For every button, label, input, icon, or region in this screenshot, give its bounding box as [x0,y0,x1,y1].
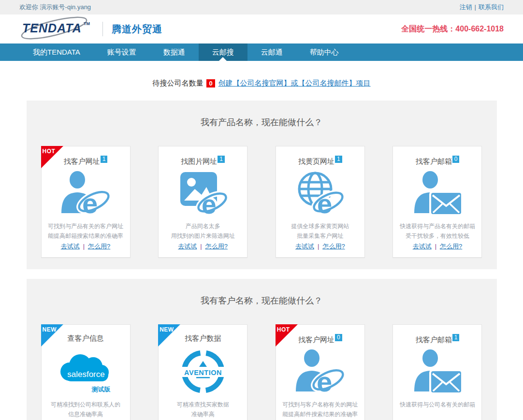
card-desc-line1: 可精准找到公司和联系人的 [51,400,120,409]
header: TENDATA TM 腾道外贸通 全国统一热线：400-662-1018 [0,14,523,43]
try-it-link[interactable]: 去试试 [61,243,80,250]
card-check-customer-info: NEW 查客户信息 salesforce 测试版 可精准找到公司和联系人的 信息… [41,324,131,420]
top-bar: 欢迎你 演示账号-qin.yang 注销|联系我们 [0,0,523,14]
top-bar-links: 注销|联系我们 [460,3,504,12]
svg-text:AVENTION: AVENTION [184,369,222,377]
try-it-link[interactable]: 去试试 [295,243,314,250]
count-badge: 1 [335,156,342,163]
card-find-yellowpage-website: 找黄页网址1 e e [276,146,365,258]
contact-us-link[interactable]: 联系我们 [479,3,504,11]
welcome-text: 欢迎你 演示账号-qin.yang [19,3,91,12]
card-title: 找客户数据 [185,334,221,343]
count-badge: 0 [335,334,342,341]
brand-name: 腾道外贸通 [112,23,162,36]
person-mail-icon [393,166,481,221]
card-desc-line1: 可找到与客户名称有关的网址 [282,400,358,409]
card-desc-line1: 快速获得与产品名有关的邮箱 [400,221,475,231]
nav-item-cloud-mail-search[interactable]: 云邮搜 [199,43,247,61]
person-mail-icon [393,345,481,400]
pending-count-label: 待搜公司名数量 [152,79,203,88]
card-title: 找客户网址0 [298,334,342,345]
main-nav: 我的TENDATA 账号设置 数据通 云邮搜 云邮通 帮助中心 [0,43,523,61]
hotline-text: 全国统一热线：400-662-1018 [401,24,504,34]
card-desc-line2: 受干扰较多，有效性较低 [406,231,469,241]
link-separator: | [318,243,319,250]
card-find-customer-website: HOT 找客户网址1 e e 可找到与产品有关的客户网址 能提高邮箱搜索结果的准… [41,146,131,258]
try-it-link[interactable]: 去试试 [178,243,197,250]
hot-ribbon: HOT [276,324,298,347]
card-desc-line2: 批量采集客户网址 [297,231,343,241]
link-separator: | [83,243,85,250]
card-desc-line2: 准确率高 [191,409,215,419]
brand-divider [102,22,103,36]
customer-name-section: 我有客户名称，现在能做什么？ NEW 查客户信息 salesforce 测试版 [27,279,497,420]
try-it-link[interactable]: 去试试 [413,243,432,250]
nav-item-data-tool[interactable]: 数据通 [150,43,199,61]
card-desc-line1: 产品同名太多 [186,221,220,231]
nav-item-my-tendata[interactable]: 我的TENDATA [19,43,94,61]
product-name-section: 我有产品名称，现在能做什么？ HOT 找客户网址1 e e 可找到与产品有关的客… [27,101,497,269]
card-find-customer-email: 找客户邮箱0 快速获得与产品名有关的邮箱 受干扰较多，有效性较低 去试试|怎么用… [392,146,482,258]
globe-browser-icon: e e [276,166,364,221]
pending-count-badge: 0 [206,79,215,87]
avention-ring-icon: AVENTION [159,343,247,400]
how-to-use-link[interactable]: 怎么用? [322,243,345,250]
card-find-customer-email: 找客户邮箱1 快速获得与公司名有关的邮箱 去试试|怎么用? [392,324,482,420]
card-title: 查客户信息 [68,334,104,343]
card-desc-line2: 用找到的图片来筛选网址 [171,231,235,241]
create-project-link[interactable]: 创建【公司名搜官网】或【公司名搜邮件】项目 [218,79,371,88]
card-find-customer-website: HOT 找客户网址0 e e 可找到与客户名称有关的网址 能提高邮件搜索结果的准… [276,324,365,420]
salesforce-cloud-icon: salesforce 测试版 [42,343,130,400]
card-title: 找客户邮箱1 [416,334,460,345]
count-badge: 1 [101,156,108,163]
link-separator: | [435,243,436,250]
card-find-image-website: 找图片网址1 e e 产品同名太多 用找到的图片来筛选网址 去试试|怎么用? [158,146,247,258]
card-desc-line2: 信息准确率高 [68,409,103,419]
logout-link[interactable]: 注销 [460,3,472,11]
card-title: 找客户网址1 [64,156,108,166]
nav-item-account-settings[interactable]: 账号设置 [94,43,150,61]
hot-ribbon: HOT [41,146,63,168]
card-find-customer-data: NEW 找客户数据 AVENTION 可精准查找买家数据 准确率高 去试试|怎么… [158,324,247,420]
top-links-divider: | [475,3,476,11]
count-badge: 0 [452,156,460,163]
tendata-logo[interactable]: TENDATA TM [19,16,96,42]
nav-item-help-center[interactable]: 帮助中心 [296,43,352,61]
svg-text:salesforce: salesforce [67,370,104,379]
section-title: 我有产品名称，现在能做什么？ [27,101,497,128]
link-separator: | [200,243,202,250]
how-to-use-link[interactable]: 怎么用? [88,243,110,250]
how-to-use-link[interactable]: 怎么用? [440,243,462,250]
person-browser-icon: e e [276,345,364,400]
how-to-use-link[interactable]: 怎么用? [205,243,228,250]
card-desc-line1: 可找到与产品有关的客户网址 [48,221,123,231]
count-badge: 1 [452,334,460,341]
person-browser-icon: e e [42,166,130,221]
card-desc-line1: 快速获得与公司名有关的邮箱 [400,400,475,409]
svg-text:TENDATA: TENDATA [22,21,82,35]
nav-item-cloud-mail[interactable]: 云邮通 [247,43,296,61]
new-ribbon: NEW [158,324,180,347]
card-desc-line1: 提供全球多家黄页网站 [291,221,349,231]
pending-company-notice: 待搜公司名数量 0 创建【公司名搜官网】或【公司名搜邮件】项目 [0,79,523,88]
image-browser-icon: e e [159,166,247,221]
count-badge: 1 [218,156,225,163]
new-ribbon: NEW [41,324,63,347]
svg-text:TM: TM [84,21,90,26]
card-title: 找图片网址1 [181,156,225,166]
card-title: 找黄页网址1 [298,156,342,166]
card-desc-line2: 能提高邮箱搜索结果的准确率 [48,231,123,241]
card-title: 找客户邮箱0 [416,156,460,166]
section-title: 我有客户名称，现在能做什么？ [27,279,497,306]
card-desc-line2: 能提高邮件搜索结果的准确率 [282,409,358,419]
card-desc-line1: 可精准查找买家数据 [177,400,229,409]
salesforce-trial-caption: 测试版 [91,386,111,393]
